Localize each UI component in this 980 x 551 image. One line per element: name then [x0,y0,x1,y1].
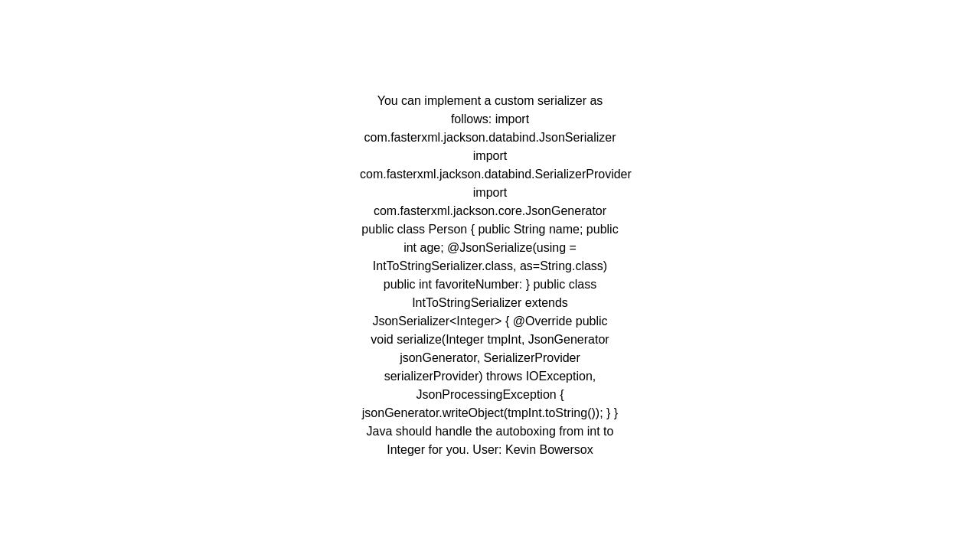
content-text: You can implement a custom serializer as… [360,92,620,459]
main-content: You can implement a custom serializer as… [360,92,620,459]
